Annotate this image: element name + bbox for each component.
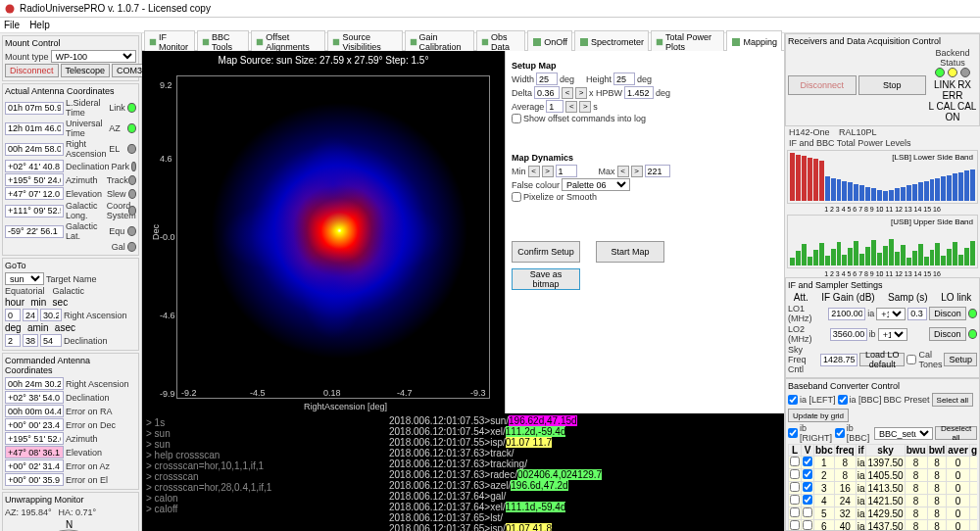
ra-sec[interactable] bbox=[40, 309, 62, 321]
cmd-val-7[interactable] bbox=[5, 473, 64, 486]
start-map-button[interactable]: Start Map bbox=[596, 241, 664, 263]
load-lo-button[interactable]: Load LO default bbox=[859, 353, 905, 366]
table-row[interactable]: 640ia1437.50880man00 bbox=[789, 520, 978, 532]
tab-if-monitor[interactable]: IF Monitor bbox=[144, 30, 195, 54]
deselectall-button[interactable]: Deselect all bbox=[935, 426, 977, 440]
min-up[interactable]: > bbox=[542, 166, 554, 177]
goto-group: GoTo sun Target Name Equatorial Galactic… bbox=[2, 258, 139, 351]
err-led bbox=[960, 68, 970, 77]
dec-asec[interactable] bbox=[40, 334, 62, 347]
discon1-button[interactable]: Discon bbox=[929, 307, 966, 320]
max-up[interactable]: > bbox=[631, 166, 643, 177]
discon2-button[interactable]: Discon bbox=[929, 327, 966, 341]
palette-select[interactable]: Palette 06 bbox=[562, 178, 630, 191]
actual-val-4[interactable] bbox=[5, 173, 64, 186]
commanded-coords-group: Commanded Antenna Coordinates Right Asce… bbox=[2, 353, 139, 490]
cmd-val-5[interactable] bbox=[5, 446, 64, 459]
preset-select[interactable]: BBC_setup02 bbox=[874, 427, 933, 440]
table-row[interactable]: 424ia1421.50880man00 bbox=[789, 495, 978, 507]
window-title: RadioUniversePRO v. 1.0.7 - Licensed cop… bbox=[20, 3, 211, 14]
actual-val-1[interactable] bbox=[5, 122, 64, 135]
sky-map-plot[interactable] bbox=[176, 75, 490, 399]
ia-left-check[interactable] bbox=[788, 395, 798, 405]
dec-label: Declination bbox=[64, 336, 108, 346]
actual-val-5[interactable] bbox=[5, 187, 64, 200]
cmd-val-0[interactable] bbox=[5, 377, 64, 390]
lo1-input[interactable] bbox=[828, 308, 865, 320]
map-width[interactable] bbox=[536, 72, 558, 85]
ia-bbc-check[interactable] bbox=[838, 395, 848, 405]
map-height[interactable] bbox=[613, 72, 635, 85]
tab-source-visibilities[interactable]: Source Visibilities bbox=[327, 30, 402, 54]
setup-button[interactable]: Setup bbox=[944, 353, 977, 366]
pixelize-check[interactable] bbox=[512, 192, 521, 202]
table-row[interactable]: 18ia1397.50880man00 bbox=[789, 457, 978, 469]
caltones-check[interactable] bbox=[906, 355, 916, 364]
center-panel: IF MonitorBBC ToolsOffset AlignmentsSour… bbox=[142, 33, 784, 531]
save-bitmap-button[interactable]: Save as bitmap bbox=[512, 268, 580, 290]
cmd-val-4[interactable] bbox=[5, 432, 64, 445]
plot-title: Map Source: sun Size: 27.59 x 27.59° Ste… bbox=[142, 51, 505, 70]
coord-led-7 bbox=[127, 226, 136, 236]
dec-amin[interactable] bbox=[23, 334, 38, 347]
max-input[interactable] bbox=[645, 165, 670, 177]
table-row[interactable]: 532ia1429.50880man00 bbox=[789, 507, 978, 520]
actual-val-6[interactable] bbox=[5, 205, 64, 217]
tab-mapping[interactable]: Mapping bbox=[726, 30, 782, 54]
actual-val-0[interactable] bbox=[5, 102, 64, 115]
update-button[interactable]: Update by grid bbox=[788, 409, 849, 422]
actual-val-7[interactable] bbox=[5, 225, 64, 238]
tab-obs-data[interactable]: Obs Data bbox=[476, 30, 525, 54]
rx-disconnect-button[interactable]: Disconnect bbox=[788, 75, 857, 95]
confirm-setup-button[interactable]: Confirm Setup bbox=[512, 241, 580, 263]
map-setup-panel: Setup Map Width deg Height deg Delta <> … bbox=[505, 51, 784, 413]
ra-min[interactable] bbox=[23, 309, 38, 321]
cmd-val-3[interactable] bbox=[5, 418, 64, 431]
delta-input[interactable] bbox=[534, 86, 560, 99]
dec-deg[interactable] bbox=[5, 334, 21, 347]
menu-file[interactable]: File bbox=[4, 20, 20, 30]
selectall-button[interactable]: Select all bbox=[932, 393, 973, 407]
max-down[interactable]: < bbox=[617, 166, 629, 177]
console-input[interactable]: > 1s> sun> sun> help crossscan> crosssca… bbox=[142, 413, 387, 531]
tab-gain-calibration[interactable]: Gain Calibration bbox=[405, 30, 474, 54]
table-row[interactable]: 28ia1405.50880man00 bbox=[789, 469, 978, 482]
target-select[interactable]: sun bbox=[5, 272, 44, 285]
menu-help[interactable]: Help bbox=[29, 20, 50, 30]
show-offset-check[interactable] bbox=[512, 114, 521, 123]
skyfreq-input[interactable] bbox=[820, 354, 858, 366]
tab-spectrometer[interactable]: Spectrometer bbox=[574, 30, 649, 54]
avg-down[interactable]: < bbox=[565, 101, 577, 113]
bbc-table[interactable]: LVbbcfreqifskybwubwlavergmodegainugainl … bbox=[788, 444, 977, 531]
usb-bar-9 bbox=[842, 255, 847, 266]
tab-onoff[interactable]: OnOff bbox=[527, 30, 572, 54]
delta-down[interactable]: < bbox=[562, 87, 573, 99]
avg-input[interactable] bbox=[546, 100, 564, 113]
hpbw-input[interactable] bbox=[624, 86, 654, 99]
min-down[interactable]: < bbox=[528, 166, 540, 177]
ib-bbc-check[interactable] bbox=[835, 428, 845, 438]
min-input[interactable] bbox=[556, 165, 577, 177]
lo2-input[interactable] bbox=[830, 328, 867, 341]
gain1-select[interactable]: +12 bbox=[876, 308, 906, 320]
rx-stop-button[interactable]: Stop bbox=[858, 75, 927, 95]
tab-bbc-tools[interactable]: BBC Tools bbox=[197, 30, 249, 54]
ib-right-check[interactable] bbox=[788, 428, 798, 438]
cmd-val-6[interactable] bbox=[5, 459, 64, 472]
avg-up[interactable]: > bbox=[579, 101, 591, 113]
samp-input[interactable] bbox=[907, 308, 927, 320]
disconnect-button[interactable]: Disconnect bbox=[5, 64, 59, 77]
table-row[interactable]: 316ia1413.50880man00 bbox=[789, 482, 978, 495]
cmd-val-2[interactable] bbox=[5, 405, 64, 417]
cmd-val-1[interactable] bbox=[5, 391, 64, 404]
ra-hour[interactable] bbox=[5, 309, 21, 321]
actual-val-2[interactable] bbox=[5, 143, 64, 156]
tab-total-power-plots[interactable]: Total Power Plots bbox=[651, 30, 724, 54]
delta-up[interactable]: > bbox=[575, 87, 587, 99]
titlebar: RadioUniversePRO v. 1.0.7 - Licensed cop… bbox=[0, 0, 980, 18]
tab-offset-alignments[interactable]: Offset Alignments bbox=[251, 30, 325, 54]
actual-val-3[interactable] bbox=[5, 160, 64, 172]
gain2-select[interactable]: +12 bbox=[878, 328, 907, 341]
telescope-button[interactable]: Telescope bbox=[61, 64, 111, 77]
mount-type-select[interactable]: WP-100 bbox=[51, 50, 136, 63]
